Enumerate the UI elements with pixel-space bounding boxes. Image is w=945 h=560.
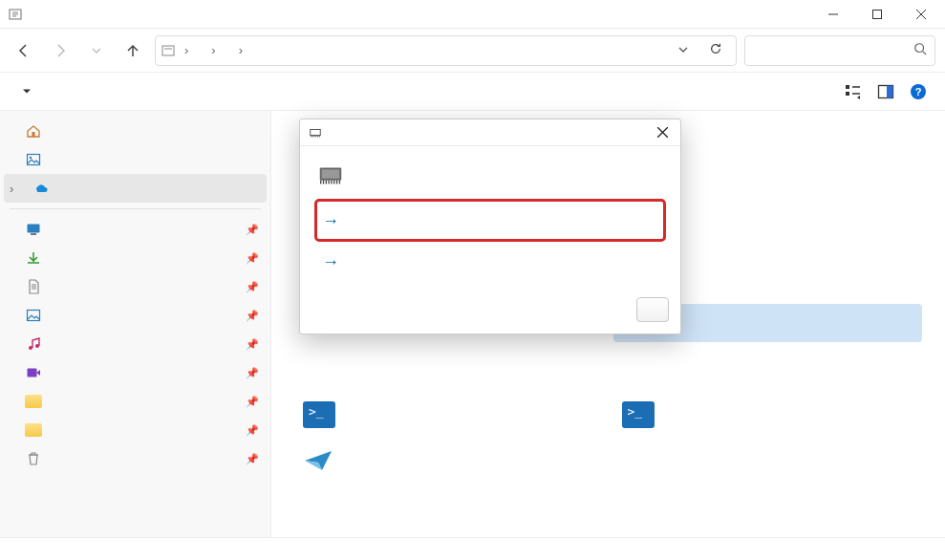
svg-rect-10 <box>32 132 35 137</box>
up-button[interactable] <box>118 36 147 65</box>
svg-point-12 <box>30 157 32 159</box>
memory-icon <box>308 125 323 140</box>
dialog-close-button[interactable] <box>648 121 677 144</box>
sidebar-item-videos[interactable]: 📌 <box>4 358 267 387</box>
restart-now-option[interactable]: → <box>315 200 665 241</box>
svg-rect-18 <box>28 369 37 377</box>
sidebar: › 📌 📌 📌 📌 📌 <box>0 111 271 537</box>
dialog-titlebar[interactable] <box>300 119 680 146</box>
cancel-button[interactable] <box>636 297 669 322</box>
location-icon <box>160 42 177 59</box>
app-icon <box>8 7 23 22</box>
svg-rect-13 <box>28 225 40 233</box>
svg-rect-21 <box>322 169 340 178</box>
back-button[interactable] <box>10 36 38 65</box>
chevron-right-icon[interactable]: › <box>209 43 217 57</box>
toolbar: ? <box>0 73 945 111</box>
sidebar-item-pictures[interactable]: 📌 <box>4 301 267 330</box>
breadcrumb-seg[interactable] <box>222 49 233 53</box>
svg-text:?: ? <box>915 86 922 97</box>
desktop-icon <box>25 221 42 238</box>
svg-rect-11 <box>28 155 40 165</box>
folder-icon <box>25 393 42 410</box>
memory-chip-icon <box>315 160 346 190</box>
sidebar-item-documents[interactable]: 📌 <box>4 272 267 301</box>
xps-icon <box>302 443 336 478</box>
powershell-icon <box>302 398 336 432</box>
check-next-time-option[interactable]: → <box>315 241 665 282</box>
nav-row: › › › <box>0 29 945 73</box>
svg-rect-14 <box>31 233 36 235</box>
address-bar[interactable]: › › › <box>155 35 737 66</box>
chevron-right-icon[interactable]: › <box>237 43 245 57</box>
pin-icon: 📌 <box>246 424 259 437</box>
sidebar-item-music[interactable]: 📌 <box>4 330 267 358</box>
pin-icon: 📌 <box>246 252 259 265</box>
pictures-icon <box>25 307 42 324</box>
breadcrumb-seg[interactable] <box>194 49 205 53</box>
titlebar <box>0 0 945 29</box>
documents-icon <box>25 278 42 295</box>
svg-rect-15 <box>28 311 40 321</box>
help-button[interactable]: ? <box>905 78 932 105</box>
list-item-powershell-ise-x86[interactable] <box>613 396 923 434</box>
sidebar-item-onedrive[interactable]: › <box>4 174 267 203</box>
search-input[interactable] <box>753 43 913 57</box>
chevron-right-icon[interactable]: › <box>183 43 190 57</box>
arrow-right-icon: → <box>321 211 340 231</box>
downloads-icon <box>25 249 42 267</box>
svg-rect-1 <box>873 10 882 18</box>
list-item[interactable] <box>613 350 923 388</box>
refresh-button[interactable] <box>699 42 732 58</box>
forward-button[interactable] <box>46 36 75 65</box>
sidebar-item-desktop[interactable]: 📌 <box>4 215 267 244</box>
sidebar-item-gallery[interactable] <box>4 145 267 174</box>
arrow-right-icon: → <box>321 252 340 272</box>
close-button[interactable] <box>899 0 943 29</box>
recycle-bin-icon <box>25 450 42 467</box>
preview-pane-button[interactable] <box>872 78 899 105</box>
memory-diagnostic-dialog: → → <box>299 118 681 334</box>
sidebar-item-recyclebin[interactable]: 📌 <box>4 444 267 473</box>
pin-icon: 📌 <box>246 224 259 236</box>
music-icon <box>25 335 42 353</box>
svg-rect-4 <box>846 85 849 89</box>
search-box[interactable] <box>744 35 935 66</box>
pin-icon: 📌 <box>246 338 259 351</box>
home-icon <box>25 122 42 140</box>
pin-icon: 📌 <box>246 367 259 379</box>
powershell-icon <box>621 398 655 432</box>
minimize-button[interactable] <box>811 0 855 29</box>
sidebar-item-folder[interactable]: 📌 <box>4 387 267 416</box>
chevron-right-icon[interactable]: › <box>10 182 21 196</box>
recent-button[interactable] <box>82 36 111 65</box>
organize-menu[interactable] <box>13 84 36 99</box>
status-bar <box>0 537 945 560</box>
search-icon[interactable] <box>913 42 927 58</box>
svg-rect-19 <box>311 129 321 135</box>
list-item-xps-viewer[interactable] <box>294 442 604 480</box>
address-dropdown[interactable] <box>671 43 696 57</box>
pin-icon: 📌 <box>246 310 259 322</box>
pin-icon: 📌 <box>246 396 259 408</box>
view-options-button[interactable] <box>840 78 867 105</box>
videos-icon <box>25 364 42 381</box>
svg-rect-5 <box>846 92 849 96</box>
breadcrumb-seg[interactable] <box>248 49 260 53</box>
folder-icon <box>25 421 42 439</box>
svg-rect-2 <box>162 46 174 55</box>
svg-rect-7 <box>887 85 893 97</box>
gallery-icon <box>25 151 42 168</box>
pin-icon: 📌 <box>246 453 259 465</box>
maximize-button[interactable] <box>855 0 899 29</box>
sidebar-item-folder[interactable]: 📌 <box>4 416 267 444</box>
onedrive-icon <box>32 180 50 197</box>
svg-point-3 <box>915 44 924 53</box>
list-item-powershell-ise[interactable] <box>294 396 604 434</box>
sidebar-item-home[interactable] <box>4 117 267 145</box>
pin-icon: 📌 <box>246 281 259 293</box>
sidebar-item-downloads[interactable]: 📌 <box>4 244 267 272</box>
